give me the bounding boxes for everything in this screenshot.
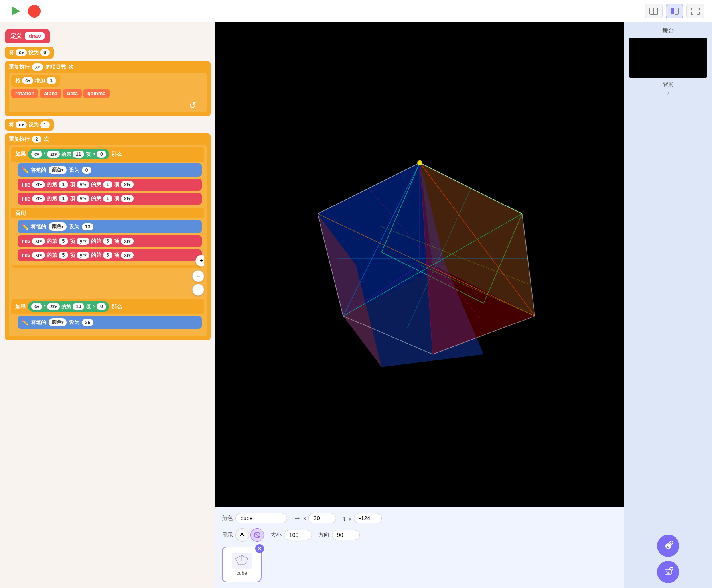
item-11[interactable]: 11 [73, 151, 84, 158]
view-controls [645, 4, 704, 18]
fullscreen-button[interactable] [686, 4, 704, 18]
repeat-body-2: 如果 c * zr 的第 11 项 > 0 那么 [9, 145, 207, 336]
c-cond-1[interactable]: c [31, 151, 42, 158]
val-1-1[interactable]: 1 [47, 77, 56, 84]
c-dropdown-3[interactable]: c [16, 121, 27, 128]
pen-set-color-13: ✏️ 将笔的 颜色 设为 13 [18, 220, 202, 233]
zoom-in-button[interactable]: + [195, 255, 204, 267]
fill-item1-2[interactable]: 1 [103, 181, 112, 188]
gt-zero-1[interactable]: 0 [97, 151, 106, 158]
if-body-1: ✏️ 将笔的 颜色 设为 0 fill3 xr [11, 162, 204, 208]
xr-8[interactable]: xr [121, 252, 134, 259]
val-1-2[interactable]: 1 [40, 121, 50, 128]
rotation-tag: rotation [11, 89, 38, 98]
condition-2: c * zr 的第 10 项 > 0 [28, 301, 109, 312]
fill-item5-1[interactable]: 5 [59, 238, 68, 245]
else-header-1: 否则 [11, 208, 204, 218]
sprite-card-cube[interactable]: z cube [222, 547, 262, 582]
yr-1[interactable]: yr [77, 181, 89, 188]
sprites-row: z cube [222, 547, 618, 582]
xr-5[interactable]: xr [32, 238, 45, 245]
val-0-1[interactable]: 0 [40, 49, 50, 56]
color-dropdown-1[interactable]: 颜色 [49, 166, 67, 174]
xr-2[interactable]: xr [121, 181, 134, 188]
c-dropdown-1[interactable]: c [16, 49, 27, 56]
condition-1: c * zr 的第 11 项 > 0 [28, 149, 109, 159]
fill-item1-4[interactable]: 1 [103, 195, 112, 202]
fill3-block-3: fill3 xr 的第 5 项 yr 的第 5 项 xr [18, 235, 202, 247]
set-block-3: 将 c 设为 1 [5, 119, 54, 131]
stage-label: 舞台 [629, 27, 707, 35]
svg-text:z: z [240, 560, 242, 563]
zoom-out-button[interactable]: − [192, 270, 204, 282]
color-dropdown-3[interactable]: 颜色 [49, 318, 67, 326]
val-2[interactable]: 2 [32, 136, 41, 143]
fill-item5-4[interactable]: 5 [103, 252, 112, 259]
sprite-card-label: cube [237, 570, 247, 576]
sprite-props-row-2: 显示 👁 大小 [222, 528, 618, 542]
pen-set-color-26: ✏️ 将笔的 颜色 设为 26 [18, 316, 202, 329]
size-label: 大小 [270, 531, 282, 539]
yr-2[interactable]: yr [77, 195, 89, 202]
fill-item1-1[interactable]: 1 [59, 181, 68, 188]
split-view-button[interactable] [666, 4, 683, 18]
y-input[interactable] [354, 513, 382, 523]
hide-button[interactable] [250, 528, 264, 542]
x-input[interactable] [308, 513, 336, 523]
repeat-x-block: 重复执行 x 的项目数 次 将 c 增加 1 rotation [5, 61, 211, 116]
bg-label: 背景 [629, 81, 707, 88]
refresh-icon[interactable]: ↺ [189, 100, 196, 111]
fill-item5-3[interactable]: 5 [59, 252, 68, 259]
fill3-block-1: fill3 xr 的第 1 项 yr 的第 1 项 xr [18, 179, 202, 191]
xr-6[interactable]: xr [121, 238, 134, 245]
right-panel: 舞台 背景 4 [624, 22, 712, 588]
x-dropdown[interactable]: x [32, 63, 43, 71]
normal-view-button[interactable] [645, 4, 663, 18]
yr-4[interactable]: yr [77, 252, 89, 259]
color-val-0[interactable]: 0 [82, 167, 91, 174]
zr-cond-2[interactable]: zr [47, 303, 60, 310]
beta-tag: beta [63, 89, 82, 98]
size-input[interactable] [284, 530, 312, 540]
flag-button[interactable] [8, 3, 24, 19]
show-button[interactable]: 👁 [235, 528, 249, 542]
sprite-panel: 角色 ↔ x ↕ y 显示 👁 [215, 507, 624, 588]
yr-3[interactable]: yr [77, 238, 89, 245]
zr-cond-1[interactable]: zr [47, 151, 60, 158]
sprite-thumbnail: z [232, 553, 252, 569]
alpha-tag: alpha [40, 89, 61, 98]
color-val-13[interactable]: 13 [82, 223, 93, 230]
xr-1[interactable]: xr [32, 181, 45, 188]
zoom-eq-button[interactable]: ≡ [192, 284, 204, 296]
stage-thumbnail[interactable] [629, 38, 707, 78]
add-backdrop-button[interactable] [657, 561, 679, 583]
set-c-zero-row: 将 c 设为 0 [5, 47, 211, 59]
gamma-tag: gamma [83, 89, 110, 98]
c-cond-2[interactable]: c [31, 303, 42, 310]
pen-icon-3: ✏️ [22, 319, 28, 326]
color-dropdown-2[interactable]: 颜色 [49, 222, 67, 231]
c-dropdown-2[interactable]: c [22, 77, 33, 84]
svg-rect-3 [671, 8, 674, 14]
set-block-1: 将 c 设为 0 [5, 47, 54, 59]
svg-line-32 [255, 533, 260, 537]
dir-input[interactable] [332, 530, 360, 540]
color-val-26[interactable]: 26 [82, 319, 93, 326]
add-sprite-button[interactable] [657, 535, 679, 557]
sprite-name-input[interactable] [235, 513, 287, 523]
xr-3[interactable]: xr [32, 195, 45, 202]
dir-group: 方向 [318, 530, 360, 540]
item-10[interactable]: 10 [73, 303, 84, 310]
bottom-buttons [629, 535, 707, 583]
xr-7[interactable]: xr [32, 252, 45, 259]
pen-icon-1: ✏️ [22, 167, 28, 173]
dir-label: 方向 [318, 531, 329, 539]
xr-4[interactable]: xr [121, 195, 134, 202]
delete-sprite-button[interactable] [255, 544, 264, 553]
fill-item5-2[interactable]: 5 [103, 238, 112, 245]
3d-canvas [215, 22, 624, 507]
gt-zero-2[interactable]: 0 [97, 303, 106, 310]
fill-item1-3[interactable]: 1 [59, 195, 68, 202]
sprite-name-group: 角色 [222, 513, 287, 523]
stop-button[interactable] [28, 5, 41, 18]
